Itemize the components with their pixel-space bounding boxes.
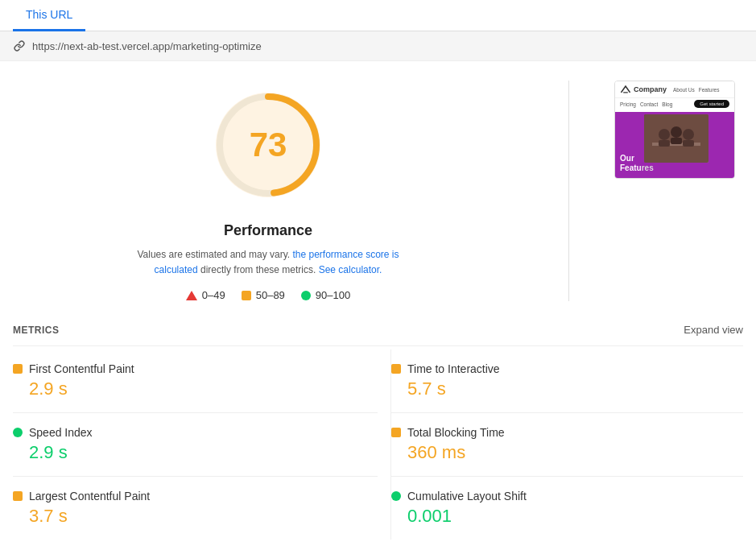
legend-range-orange: 50–89	[256, 289, 285, 301]
preview-hero: Our Features	[615, 112, 734, 178]
metric-fcp-label-row: First Contentful Paint	[13, 362, 378, 375]
cls-label: Cumulative Layout Shift	[407, 490, 527, 503]
preview-hero-image	[644, 114, 708, 163]
legend-item-red: 0–49	[186, 289, 225, 301]
metrics-header: METRICS Expand view	[13, 314, 743, 346]
tti-status-icon	[391, 364, 401, 374]
fcp-status-icon	[13, 364, 23, 374]
metrics-section-title: METRICS	[13, 325, 60, 336]
preview-get-started-btn: Get started	[694, 100, 729, 108]
cls-value: 0.001	[391, 506, 743, 527]
lcp-label: Largest Contentful Paint	[29, 490, 150, 503]
metrics-col-left: First Contentful Paint 2.9 s Speed Index…	[13, 350, 378, 540]
metric-si-label-row: Speed Index	[13, 426, 378, 439]
preview-nav-about: About Us	[673, 87, 695, 93]
green-circle-icon	[301, 291, 311, 300]
tbt-status-icon	[391, 428, 401, 437]
people-scene	[644, 114, 708, 163]
svg-point-9	[683, 129, 694, 140]
gauge-container: 73	[204, 81, 333, 209]
preview-logo-icon	[620, 85, 631, 93]
preview-navbar: Company About Us Features	[615, 81, 734, 98]
svg-rect-6	[659, 140, 670, 147]
preview-nav-links: About Us Features	[673, 87, 719, 93]
url-bar: https://next-ab-test.vercel.app/marketin…	[0, 31, 756, 61]
tbt-value: 360 ms	[391, 442, 743, 463]
link-icon	[13, 39, 26, 52]
fcp-value: 2.9 s	[13, 378, 378, 399]
preview-nav-blog: Blog	[662, 101, 672, 107]
main-content: 73 Performance Values are estimated and …	[0, 61, 756, 314]
si-value: 2.9 s	[13, 442, 378, 463]
preview-section: Company About Us Features Pricing Contac…	[614, 81, 743, 301]
tti-label: Time to Interactive	[407, 362, 500, 375]
metric-cls-label-row: Cumulative Layout Shift	[391, 490, 743, 503]
svg-point-7	[671, 126, 682, 138]
metric-cumulative-layout-shift: Cumulative Layout Shift 0.001	[391, 477, 743, 540]
tab-bar: This URL	[0, 0, 756, 31]
si-label: Speed Index	[29, 426, 93, 439]
red-triangle-icon	[186, 291, 197, 300]
si-status-icon	[13, 428, 23, 437]
metric-first-contentful-paint: First Contentful Paint 2.9 s	[13, 350, 378, 413]
preview-nav-features: Features	[699, 87, 720, 93]
metric-largest-contentful-paint: Largest Contentful Paint 3.7 s	[13, 477, 378, 540]
performance-title: Performance	[224, 222, 312, 239]
legend-item-orange: 50–89	[242, 289, 285, 301]
svg-point-5	[659, 129, 670, 140]
preview-nav-links-2: Pricing Contact Blog	[620, 101, 672, 107]
preview-company-name: Company	[634, 85, 667, 93]
svg-rect-8	[671, 138, 682, 144]
preview-hero-text: Our Features	[620, 154, 654, 173]
tbt-label: Total Blocking Time	[407, 426, 505, 439]
preview-nav-contact: Contact	[640, 101, 658, 107]
svg-rect-10	[683, 140, 694, 147]
cls-status-icon	[391, 491, 401, 501]
calculator-link[interactable]: See calculator.	[319, 264, 382, 275]
url-text: https://next-ab-test.vercel.app/marketin…	[32, 40, 262, 52]
gauge-score: 73	[250, 126, 287, 164]
preview-nav-row2: Pricing Contact Blog Get started	[615, 98, 734, 112]
page-preview-card: Company About Us Features Pricing Contac…	[614, 81, 735, 179]
legend-range-green: 90–100	[316, 289, 350, 301]
preview-nav-pricing: Pricing	[620, 101, 636, 107]
fcp-label: First Contentful Paint	[29, 362, 134, 375]
tti-value: 5.7 s	[391, 378, 743, 399]
performance-section: 73 Performance Values are estimated and …	[13, 81, 523, 301]
legend-item-green: 90–100	[301, 289, 350, 301]
metrics-col-right: Time to Interactive 5.7 s Total Blocking…	[378, 350, 743, 540]
metrics-grid: First Contentful Paint 2.9 s Speed Index…	[13, 350, 743, 540]
metric-time-to-interactive: Time to Interactive 5.7 s	[391, 350, 743, 413]
lcp-status-icon	[13, 491, 23, 501]
metric-tbt-label-row: Total Blocking Time	[391, 426, 743, 439]
lcp-value: 3.7 s	[13, 506, 378, 527]
metric-lcp-label-row: Largest Contentful Paint	[13, 490, 378, 503]
legend-range-red: 0–49	[202, 289, 225, 301]
preview-logo: Company	[620, 85, 667, 93]
metric-tti-label-row: Time to Interactive	[391, 362, 743, 375]
metric-speed-index: Speed Index 2.9 s	[13, 413, 378, 477]
vertical-divider	[568, 81, 569, 301]
orange-square-icon	[242, 291, 251, 300]
metric-total-blocking-time: Total Blocking Time 360 ms	[391, 413, 743, 477]
tab-this-url[interactable]: This URL	[13, 0, 85, 31]
performance-description: Values are estimated and may vary. the p…	[123, 247, 413, 278]
metrics-section: METRICS Expand view First Contentful Pai…	[0, 314, 756, 540]
expand-view-link[interactable]: Expand view	[684, 324, 743, 336]
score-legend: 0–49 50–89 90–100	[186, 289, 350, 301]
